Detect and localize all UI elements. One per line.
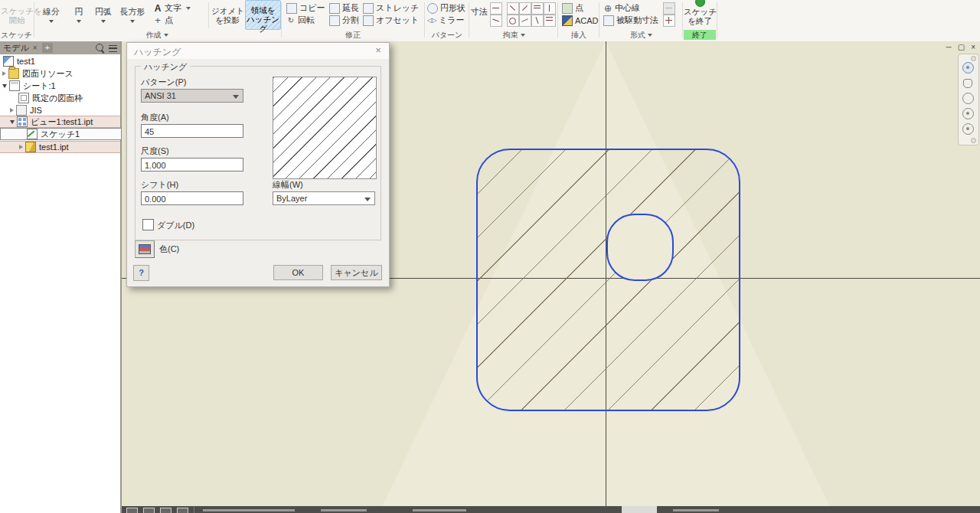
status-bar <box>122 506 980 513</box>
circular-pattern-icon <box>427 3 438 14</box>
statusbar-active-segment[interactable] <box>622 506 657 513</box>
shift-input[interactable]: 0.000 <box>141 191 243 205</box>
copy-button[interactable]: コピー <box>286 2 325 14</box>
circle-button[interactable]: 円 <box>69 0 89 28</box>
start-sketch-button[interactable]: スケッチを 開始 <box>1 0 33 28</box>
navbar-collapse-icon[interactable] <box>971 56 976 61</box>
text-icon: A <box>153 4 162 13</box>
rectangle-button[interactable]: 長方形 <box>116 0 149 28</box>
split-button[interactable]: 分割 <box>329 15 359 26</box>
statusbar-text-stub <box>673 509 719 511</box>
constraint-parallel-icon[interactable] <box>519 2 531 15</box>
panel-label-create[interactable]: 作成 <box>34 30 280 40</box>
circular-pattern-button[interactable]: 円形状 <box>427 2 466 14</box>
hatched-rounded-square[interactable] <box>476 149 740 411</box>
menu-icon[interactable] <box>109 45 117 52</box>
project-geometry-button[interactable]: ジオメトリを投影 <box>211 0 243 28</box>
close-icon[interactable]: × <box>971 43 975 51</box>
tree-item-default-border[interactable]: 既定の図面枠 <box>0 92 120 104</box>
text-button[interactable]: A 文字 <box>153 2 191 14</box>
constraint-horizontal-icon[interactable] <box>531 2 544 15</box>
dropdown-arrow-icon[interactable] <box>77 20 81 23</box>
navigation-wheel-icon[interactable] <box>962 62 974 74</box>
tree-item-root[interactable]: test1 <box>0 55 120 67</box>
dropdown-arrow-icon[interactable] <box>186 7 191 10</box>
point-icon: + <box>153 16 162 25</box>
angle-input[interactable]: 45 <box>141 124 243 138</box>
double-checkbox[interactable] <box>142 219 154 230</box>
chevron-down-icon <box>364 198 371 201</box>
start-sketch-line1: スケッチを <box>1 6 42 15</box>
center-hole-circle[interactable] <box>606 214 674 281</box>
offset-button[interactable]: オフセット <box>363 15 419 26</box>
statusbar-icon-4[interactable] <box>177 508 188 513</box>
expanded-arrow-icon[interactable] <box>10 120 15 124</box>
arc-button[interactable]: 円弧 <box>91 0 116 28</box>
cancel-button[interactable]: キャンセル <box>331 265 382 280</box>
dialog-titlebar[interactable]: ハッチング × <box>127 43 389 59</box>
zoom-window-icon[interactable] <box>962 108 974 119</box>
ribbon: スケッチを 開始 スケッチ 線分 円 円弧 長方形 A 文字 + 点 ジオメトリ… <box>0 0 980 42</box>
hatch-region-button[interactable]: 領域をハッチング <box>245 0 281 30</box>
pan-icon[interactable] <box>963 79 972 88</box>
search-icon[interactable] <box>96 44 103 51</box>
tree-item-view1[interactable]: ビュー1:test1.ipt <box>0 116 120 128</box>
tab-close-icon[interactable]: × <box>33 44 38 52</box>
collapsed-arrow-icon[interactable] <box>2 71 6 76</box>
stretch-button[interactable]: ストレッチ <box>363 2 419 14</box>
tree-item-jis[interactable]: JIS <box>0 104 120 116</box>
tree-item-part[interactable]: test1.ipt <box>0 141 120 153</box>
collapsed-arrow-icon[interactable] <box>19 145 23 149</box>
collapsed-arrow-icon[interactable] <box>10 108 14 113</box>
auto-dimension-icon[interactable] <box>490 2 502 15</box>
tree-item-drawing-resources[interactable]: 図面リソース <box>0 67 120 80</box>
constraint-vertical-icon[interactable] <box>544 2 556 15</box>
panel-label-constrain[interactable]: 拘束 <box>470 30 557 40</box>
format-extra-icon[interactable] <box>663 2 675 15</box>
dropdown-arrow-icon[interactable] <box>49 20 54 23</box>
finish-sketch-button[interactable]: スケッチを終了 <box>684 0 716 28</box>
dimension-button[interactable]: 寸法 <box>469 0 490 28</box>
extend-button[interactable]: 延長 <box>329 2 359 14</box>
navbar-more-icon[interactable] <box>971 138 976 143</box>
add-tab-button[interactable]: + <box>42 43 53 53</box>
dialog-close-icon[interactable]: × <box>372 44 384 57</box>
restore-icon[interactable]: ▢ <box>958 43 965 51</box>
mirror-button[interactable]: ◁▷ミラー <box>427 15 465 26</box>
constraint-equal-icon[interactable] <box>544 15 556 27</box>
lineweight-select[interactable]: ByLayer <box>273 191 375 205</box>
constraint-smooth-icon[interactable] <box>519 15 531 27</box>
constraint-perpendicular-icon[interactable] <box>507 2 519 15</box>
statusbar-icon-3[interactable] <box>160 508 172 513</box>
insert-acad-button[interactable]: ACAD <box>562 15 599 26</box>
ok-button[interactable]: OK <box>273 265 323 280</box>
statusbar-icon-1[interactable] <box>126 508 138 513</box>
tab-model[interactable]: モデル × <box>0 41 41 54</box>
point-button[interactable]: + 点 <box>153 15 173 26</box>
show-constraints-icon[interactable] <box>490 15 502 27</box>
line-button[interactable]: 線分 <box>37 0 66 28</box>
help-button[interactable]: ? <box>133 265 149 281</box>
constraint-tangent-icon[interactable] <box>507 15 519 27</box>
scale-input[interactable]: 1.000 <box>141 158 243 172</box>
pattern-select[interactable]: ANSI 31 <box>141 89 243 103</box>
driven-dimension-button[interactable]: 被駆動寸法 <box>603 15 658 26</box>
zoom-icon[interactable] <box>962 93 974 104</box>
view-icon <box>17 116 28 127</box>
tree-item-sheet1[interactable]: シート:1 <box>0 80 120 92</box>
rotate-button[interactable]: ↻回転 <box>286 15 315 26</box>
centerline-button[interactable]: ⊕中心線 <box>603 2 640 14</box>
statusbar-icon-2[interactable] <box>143 508 155 513</box>
dropdown-arrow-icon[interactable] <box>130 20 135 23</box>
minimize-icon[interactable]: ─ <box>946 43 952 51</box>
zoom-selected-icon[interactable] <box>962 123 974 135</box>
panel-label-format[interactable]: 形式 <box>600 30 682 40</box>
tree-item-sketch1[interactable]: スケッチ1 <box>0 128 122 140</box>
constraint-symmetric-icon[interactable] <box>531 15 544 27</box>
dropdown-arrow-icon[interactable] <box>101 20 106 23</box>
statusbar-text-stub <box>413 509 466 511</box>
format-grid-icon[interactable] <box>663 15 675 27</box>
insert-point-button[interactable]: 点 <box>562 2 583 14</box>
expanded-arrow-icon[interactable] <box>2 84 7 88</box>
color-button[interactable] <box>135 240 155 258</box>
